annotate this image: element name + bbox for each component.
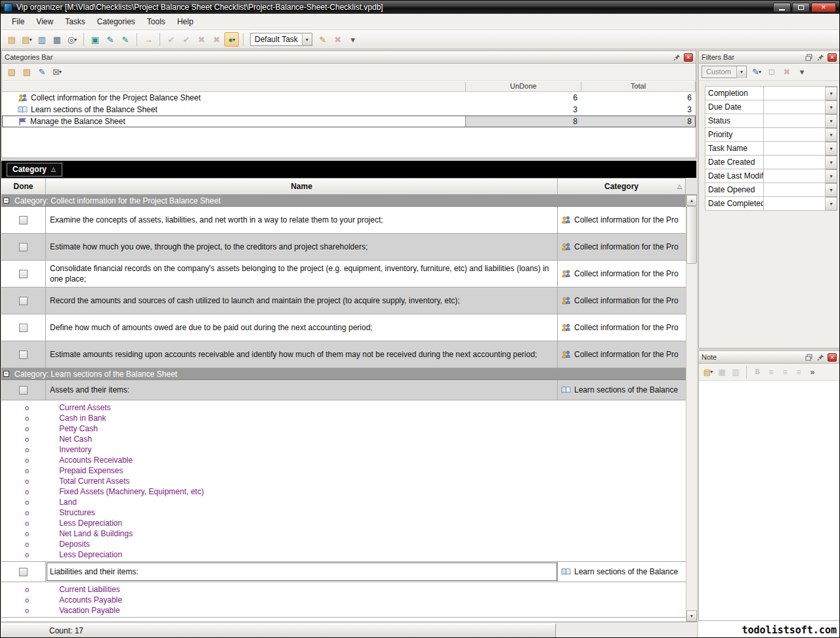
collapse-icon[interactable]: − <box>3 371 9 377</box>
task-checkbox[interactable] <box>19 568 28 576</box>
done-column-header[interactable]: Done <box>1 179 46 194</box>
close-button[interactable]: ✕ <box>811 3 836 12</box>
group-by-category-chip[interactable]: Category △ <box>7 163 62 177</box>
filter-preset-dropdown-icon[interactable]: ▾ <box>736 66 746 78</box>
show-active-tasks-icon[interactable]: ●▾ <box>224 32 239 47</box>
task-type-combo[interactable]: Default Task ▾ <box>250 33 312 46</box>
filter-value-field[interactable] <box>764 114 826 128</box>
go-to-task-icon[interactable]: → <box>141 32 156 47</box>
task-checkbox[interactable] <box>19 324 28 332</box>
task-name-cell[interactable]: Assets and their items: <box>46 380 558 400</box>
task-name-cell[interactable]: Estimate how much you owe, through the p… <box>46 234 558 260</box>
copy-task-icon[interactable]: ▣ <box>88 32 102 47</box>
filters-options-icon[interactable]: ▾ <box>795 65 809 79</box>
filter-value-field[interactable] <box>764 100 826 114</box>
pin-icon[interactable] <box>815 352 826 362</box>
task-type-dropdown-icon[interactable]: ▾ <box>302 33 312 45</box>
task-row: Define how much of amounts owed are due … <box>1 314 686 341</box>
filter-row: Date Completed▾ <box>705 197 837 211</box>
task-name-cell[interactable]: Estimate amounts residing upon accounts … <box>46 341 558 368</box>
scrollbar-thumb[interactable] <box>686 206 697 264</box>
task-checkbox[interactable] <box>19 270 28 278</box>
filter-value-field[interactable] <box>764 197 826 211</box>
menu-item-categories[interactable]: Categories <box>91 14 141 29</box>
task-name-cell[interactable]: Examine the concepts of assets, liabilit… <box>46 207 558 233</box>
bullet-text: Prepaid Expenses <box>59 466 123 475</box>
task-checkbox[interactable] <box>19 243 28 251</box>
filter-dropdown-button[interactable]: ▾ <box>826 128 837 142</box>
filter-value-field[interactable] <box>764 128 826 142</box>
group-header-row[interactable]: −Category: Collect information for the P… <box>1 195 686 207</box>
pin-icon[interactable] <box>815 53 826 62</box>
task-name-cell[interactable]: Liabilities and their items: <box>46 562 558 582</box>
filter-value-field[interactable] <box>764 156 826 169</box>
more-buttons-icon[interactable]: » <box>806 366 819 379</box>
filter-preset-combo[interactable]: Custom ▾ <box>702 66 747 78</box>
filter-dropdown-button[interactable]: ▾ <box>826 100 837 114</box>
filter-dropdown-button[interactable]: ▾ <box>826 156 837 169</box>
filter-value-field[interactable] <box>764 183 826 197</box>
scroll-down-icon[interactable]: ▼ <box>686 610 697 622</box>
menu-item-view[interactable]: View <box>30 14 59 29</box>
new-item-icon[interactable]: ▤▾ <box>20 32 34 47</box>
clear-filter-icon[interactable]: □ <box>765 65 779 79</box>
edit-filter-icon[interactable]: ✎▾ <box>749 65 764 79</box>
print-icon[interactable]: ▦ <box>50 32 64 47</box>
edit-task-icon[interactable]: ✎ <box>103 32 117 47</box>
pin-icon[interactable] <box>671 53 682 62</box>
new-task-icon[interactable]: ▤ <box>5 32 19 47</box>
edit-task-type-icon[interactable]: ✎ <box>316 32 330 47</box>
insert-field-icon[interactable]: ▤▾ <box>702 366 715 379</box>
delete-category-icon[interactable]: ⊠▾ <box>50 65 64 79</box>
scroll-up-icon[interactable]: ▲ <box>686 195 697 206</box>
toolbar-options-icon[interactable]: ▾ <box>346 32 360 47</box>
filter-dropdown-button[interactable]: ▾ <box>826 142 837 156</box>
filter-dropdown-button[interactable]: ▾ <box>826 114 837 128</box>
group-header-row[interactable]: −Category: Learn sections of the Balance… <box>1 368 686 380</box>
menu-item-tasks[interactable]: Tasks <box>59 14 91 29</box>
task-name-cell[interactable]: Define how much of amounts owed are due … <box>46 314 558 341</box>
restore-panel-icon[interactable] <box>803 352 814 362</box>
note-editor[interactable] <box>699 381 839 620</box>
filter-dropdown-button[interactable]: ▾ <box>826 197 837 211</box>
edit-category-icon[interactable]: ✎ <box>35 65 49 79</box>
maximize-button[interactable] <box>792 3 810 12</box>
filter-dropdown-button[interactable]: ▾ <box>826 87 837 100</box>
name-column-label: Name <box>291 182 312 191</box>
filter-value-field[interactable] <box>764 142 826 156</box>
close-panel-icon[interactable]: ✕ <box>828 53 837 62</box>
menu-item-tools[interactable]: Tools <box>141 14 171 29</box>
bullet-item: oPetty Cash <box>1 423 686 434</box>
edit-notes-icon[interactable]: ✎ <box>118 32 133 47</box>
filter-value-field[interactable] <box>764 87 826 100</box>
vertical-scrollbar[interactable]: ▲ ▼ <box>686 195 697 622</box>
task-checkbox[interactable] <box>19 351 28 359</box>
task-name-cell[interactable]: Consolidate financial records on the com… <box>46 261 558 287</box>
category-row[interactable]: Manage the Balance Sheet88 <box>2 116 696 127</box>
filter-value-field[interactable] <box>764 169 826 183</box>
undone-column-header[interactable]: UnDone <box>466 81 581 91</box>
task-checkbox[interactable] <box>19 216 28 224</box>
total-column-header[interactable]: Total <box>581 81 696 91</box>
category-name-column-header[interactable] <box>2 81 466 91</box>
print-preview-icon[interactable]: ◎▾ <box>65 32 79 47</box>
filter-dropdown-button[interactable]: ▾ <box>826 183 837 197</box>
minimize-button[interactable] <box>773 3 791 12</box>
name-column-header[interactable]: Name <box>46 179 558 194</box>
task-name-cell[interactable]: Record the amounts and sources of cash u… <box>46 287 558 314</box>
category-column-header[interactable]: Category △ <box>558 179 686 194</box>
new-category-icon[interactable]: ▧ <box>5 65 19 79</box>
close-panel-icon[interactable]: ✕ <box>684 53 693 62</box>
restore-panel-icon[interactable] <box>803 53 814 62</box>
menu-item-help[interactable]: Help <box>171 14 200 29</box>
filter-dropdown-button[interactable]: ▾ <box>826 169 837 183</box>
menu-item-file[interactable]: File <box>6 14 30 29</box>
close-panel-icon[interactable]: ✕ <box>828 353 837 362</box>
category-row[interactable]: Learn sections of the Balance Sheet33 <box>2 104 696 116</box>
save-icon[interactable]: ▥ <box>35 32 49 47</box>
task-checkbox[interactable] <box>19 386 28 394</box>
task-checkbox[interactable] <box>19 297 28 305</box>
new-subcategory-icon[interactable]: ▨ <box>20 65 34 79</box>
collapse-icon[interactable]: − <box>3 198 9 203</box>
category-row[interactable]: Collect information for the Project Bala… <box>2 92 696 104</box>
